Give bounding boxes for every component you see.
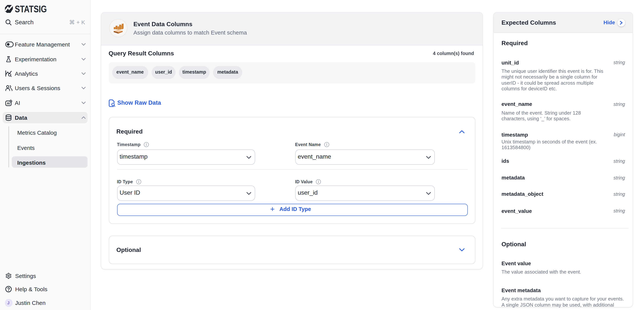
svg-text:AI: AI	[7, 102, 10, 105]
svg-text:STATSIG: STATSIG	[15, 4, 47, 15]
